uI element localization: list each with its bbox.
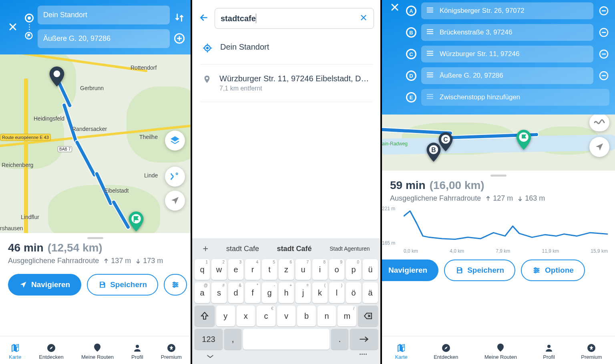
comma-key[interactable]: , (224, 329, 241, 350)
tab-map[interactable]: Karte (9, 343, 21, 360)
clear-search-button[interactable] (359, 13, 368, 24)
key-z[interactable]: 6z (279, 259, 294, 280)
stop-row: BBrückenstraße 3, 97246 (406, 22, 609, 43)
kbd-suggestion[interactable]: stadt Cafe (226, 245, 259, 253)
suggestion-current-location[interactable]: Dein Standort (200, 33, 372, 64)
navigate-button[interactable]: Navigieren (8, 274, 81, 296)
key-n[interactable]: n (318, 306, 336, 326)
save-button[interactable]: Speichern (444, 259, 515, 281)
key-c[interactable]: €c (257, 306, 275, 326)
tab-map[interactable]: Karte (395, 343, 408, 360)
map-label: Linde (144, 172, 158, 179)
path-button[interactable] (165, 167, 185, 187)
stop-row: EZwischenstopp hinzufügen (406, 86, 609, 108)
start-location-input[interactable]: Dein Standort (38, 6, 170, 24)
backspace-key[interactable] (358, 306, 378, 326)
svg-point-21 (136, 345, 139, 348)
key-t[interactable]: 5t (262, 259, 277, 280)
stop-row: DÄußere G. 20, 97286 (406, 65, 609, 86)
key-w[interactable]: 2w (211, 259, 227, 280)
navigate-button[interactable]: Navigieren (382, 259, 438, 281)
key-f[interactable]: *f (245, 282, 260, 303)
tab-profile[interactable]: Profil (543, 343, 555, 360)
key-i[interactable]: 8i (312, 259, 328, 280)
shift-key[interactable] (195, 306, 215, 326)
key-a[interactable]: @a (195, 282, 210, 303)
kbd-suggestion[interactable]: stadt Café (277, 245, 312, 253)
options-button[interactable]: Optione (521, 259, 585, 281)
tab-discover[interactable]: Entdecken (434, 343, 458, 360)
enter-key[interactable] (350, 329, 378, 350)
key-x[interactable]: x (237, 306, 255, 326)
key-y[interactable]: y (216, 306, 235, 326)
key-u[interactable]: 7u (295, 259, 311, 280)
tab-premium[interactable]: Premium (581, 343, 602, 360)
keyboard-mic-icon[interactable] (360, 354, 367, 361)
stop-input[interactable]: Königsberger Str. 26, 97072 (421, 2, 593, 19)
key-ü[interactable]: ü (363, 259, 378, 280)
drag-handle-icon[interactable] (426, 7, 434, 15)
add-stop-button[interactable]: Zwischenstopp hinzufügen (421, 89, 609, 106)
snap-route-button[interactable] (589, 115, 609, 131)
period-key[interactable]: . (331, 329, 348, 350)
close-button[interactable] (388, 0, 402, 14)
tab-routes[interactable]: Meine Routen (81, 343, 114, 360)
remove-stop-button[interactable] (598, 5, 609, 16)
remove-stop-button[interactable] (598, 48, 609, 60)
space-key[interactable] (243, 329, 330, 350)
road-badge: BAB 7 (58, 146, 72, 152)
key-k[interactable]: (k (312, 282, 328, 303)
drag-handle[interactable] (490, 175, 506, 177)
save-button[interactable]: Speichern (87, 274, 158, 296)
remove-stop-button[interactable] (598, 70, 609, 81)
key-p[interactable]: 0p (346, 259, 361, 280)
close-button[interactable] (6, 22, 20, 32)
destination-input[interactable]: Äußere G. 20, 97286 (38, 29, 170, 48)
key-ä[interactable]: ä (363, 282, 378, 303)
key-o[interactable]: 9o (329, 259, 344, 280)
stop-input[interactable]: Würzburger Str. 11, 97246 (421, 46, 593, 62)
ascent-value: 127 m (485, 194, 513, 203)
locate-button[interactable] (165, 191, 185, 211)
drag-handle-icon[interactable] (426, 72, 434, 80)
key-ö[interactable]: ö (346, 282, 361, 303)
swap-button[interactable] (174, 12, 185, 23)
kbd-add-icon[interactable]: + (203, 243, 208, 254)
elevation-chart[interactable]: 221 m 165 m 0,0 km 4,0 km 7,9 km 11,9 km… (382, 206, 615, 254)
search-input[interactable]: stadtcafe (221, 14, 256, 23)
tab-routes[interactable]: Meine Routen (484, 343, 517, 360)
key-h[interactable]: +h (279, 282, 294, 303)
stop-input[interactable]: Brückenstraße 3, 97246 (421, 24, 593, 41)
drag-handle[interactable] (87, 237, 103, 239)
key-l[interactable]: )l (329, 282, 344, 303)
stop-input[interactable]: Äußere G. 20, 97286 (421, 67, 593, 84)
key-j[interactable]: =j (295, 282, 311, 303)
locate-button[interactable] (589, 137, 609, 157)
layers-button[interactable] (165, 131, 185, 151)
drag-handle-icon[interactable] (426, 28, 434, 36)
remove-stop-button[interactable] (598, 27, 609, 38)
key-q[interactable]: 1q (195, 259, 210, 280)
key-m[interactable]: /m (338, 306, 356, 326)
key-d[interactable]: &d (228, 282, 243, 303)
tab-discover[interactable]: Entdecken (39, 343, 63, 360)
key-r[interactable]: 4r (245, 259, 260, 280)
numpad-key[interactable]: 123 (195, 329, 223, 350)
tab-premium[interactable]: Premium (161, 343, 182, 360)
key-b[interactable]: b (297, 306, 316, 326)
add-waypoint-button[interactable] (174, 33, 185, 44)
tab-profile[interactable]: Profil (131, 343, 143, 360)
kbd-suggestion[interactable]: Stadt Agenturen (330, 245, 370, 252)
key-g[interactable]: -g (262, 282, 277, 303)
search-input-container[interactable]: stadtcafe (215, 8, 374, 29)
key-s[interactable]: #s (211, 282, 227, 303)
keyboard-hide-icon[interactable] (206, 354, 215, 361)
map-view[interactable]: Rottendorf Gerbrunn Heidingsfeld Randers… (0, 54, 191, 233)
drag-handle-icon[interactable] (426, 50, 434, 58)
options-button[interactable] (164, 274, 187, 296)
map-view[interactable]: ain-Radweg B C (382, 115, 615, 171)
key-e[interactable]: 3e (228, 259, 243, 280)
suggestion-address[interactable]: Würzburger Str. 11, 97246 Eibelstadt, D…… (200, 64, 372, 102)
key-v[interactable]: v (277, 306, 296, 326)
back-button[interactable] (199, 12, 209, 24)
